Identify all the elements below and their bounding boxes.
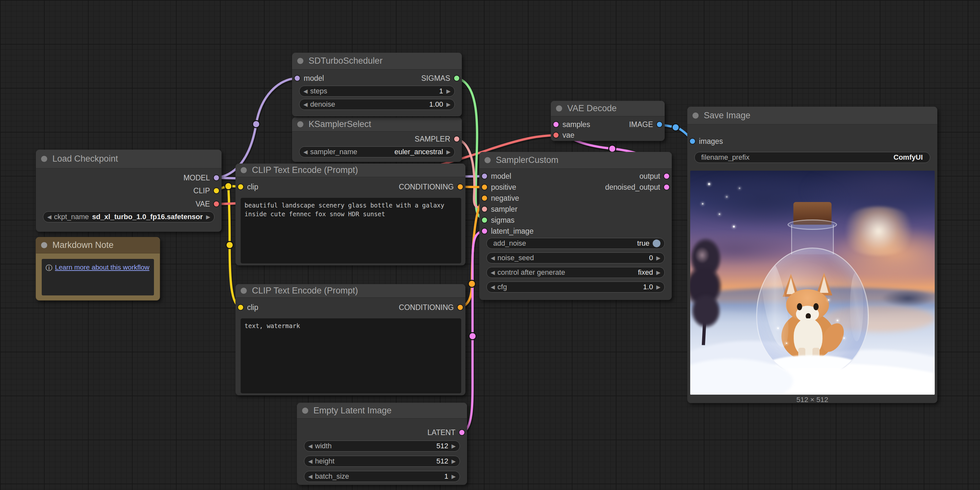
decrement-arrow-icon[interactable]: ◀ <box>308 443 312 450</box>
increment-arrow-icon[interactable]: ▶ <box>452 473 456 480</box>
vae-output-port[interactable] <box>213 201 220 207</box>
model-output-port[interactable] <box>213 174 220 181</box>
input-label: negative <box>491 194 519 203</box>
width-widget[interactable]: ◀ width 512 ▶ <box>304 441 460 452</box>
reroute-dot-image[interactable] <box>672 124 679 131</box>
negative-prompt-textarea[interactable]: text, watermark <box>241 319 461 393</box>
decrement-arrow-icon[interactable]: ◀ <box>303 88 308 95</box>
latent-image-input-port[interactable] <box>481 228 488 234</box>
increment-arrow-icon[interactable]: ▶ <box>446 101 450 108</box>
sampler-output-port[interactable] <box>453 136 460 142</box>
increment-arrow-icon[interactable]: ▶ <box>656 284 660 290</box>
node-clip-text-encode-negative[interactable]: CLIP Text Encode (Prompt) clip CONDITION… <box>235 284 465 395</box>
model-input-port[interactable] <box>481 173 488 179</box>
node-sampler-custom[interactable]: SamplerCustom model output positive deno… <box>479 152 672 300</box>
node-sdturbo-scheduler[interactable]: SDTurboScheduler model SIGMAS ◀ steps 1 … <box>292 53 462 116</box>
node-title-bar[interactable]: KSamplerSelect <box>292 117 462 132</box>
reroute-dot-clip-1[interactable] <box>225 182 232 190</box>
output-port[interactable] <box>663 173 670 179</box>
decrement-arrow-icon[interactable]: ◀ <box>308 473 312 480</box>
reroute-dot-clip-2[interactable] <box>226 241 233 249</box>
collapse-dot-icon[interactable] <box>241 288 247 294</box>
reroute-dot-samples[interactable] <box>609 145 616 152</box>
samples-input-port[interactable] <box>553 121 559 128</box>
control-after-generate-widget[interactable]: ◀ control after generate fixed ▶ <box>487 267 665 278</box>
node-title-bar[interactable]: CLIP Text Encode (Prompt) <box>235 163 465 177</box>
image-output-port[interactable] <box>656 121 663 128</box>
node-empty-latent-image[interactable]: Empty Latent Image LATENT ◀ width 512 ▶ … <box>297 403 467 485</box>
collapse-dot-icon[interactable] <box>297 121 303 127</box>
collapse-dot-icon[interactable] <box>485 157 491 163</box>
node-vae-decode[interactable]: VAE Decode samples IMAGE vae <box>551 101 665 141</box>
increment-arrow-icon[interactable]: ▶ <box>656 269 660 276</box>
clip-input-port[interactable] <box>237 184 244 190</box>
collapse-dot-icon[interactable] <box>556 105 562 111</box>
negative-input-port[interactable] <box>481 195 488 201</box>
clip-input-port[interactable] <box>237 304 244 311</box>
output-label: denoised_output <box>605 183 660 192</box>
decrement-arrow-icon[interactable]: ◀ <box>491 284 495 290</box>
reroute-dot-model[interactable] <box>253 121 260 128</box>
clip-output-port[interactable] <box>213 187 220 194</box>
sigmas-input-port[interactable] <box>481 217 488 224</box>
fox-eye <box>813 303 818 310</box>
conditioning-output-port[interactable] <box>457 304 463 311</box>
ckpt-name-widget[interactable]: ◀ ckpt_name sd_xl_turbo_1.0_fp16.safeten… <box>43 211 215 222</box>
node-title-bar[interactable]: Save Image <box>687 107 937 124</box>
batch-size-widget[interactable]: ◀ batch_size 1 ▶ <box>304 471 460 482</box>
sigmas-output-port[interactable] <box>453 75 460 81</box>
node-title-bar[interactable]: Load Checkpoint <box>36 150 221 168</box>
increment-arrow-icon[interactable]: ▶ <box>206 214 210 220</box>
decrement-arrow-icon[interactable]: ◀ <box>303 149 308 155</box>
decrement-arrow-icon[interactable]: ◀ <box>491 255 495 262</box>
collapse-dot-icon[interactable] <box>41 156 47 162</box>
noise-seed-widget[interactable]: ◀ noise_seed 0 ▶ <box>487 252 665 263</box>
latent-output-port[interactable] <box>459 429 465 436</box>
node-title-bar[interactable]: Markdown Note <box>36 237 160 254</box>
node-title-bar[interactable]: SamplerCustom <box>479 152 672 169</box>
decrement-arrow-icon[interactable]: ◀ <box>303 101 308 108</box>
collapse-dot-icon[interactable] <box>241 167 247 173</box>
reroute-dot-latent[interactable] <box>469 333 476 340</box>
workflow-link[interactable]: Learn more about this workflow <box>55 263 150 271</box>
increment-arrow-icon[interactable]: ▶ <box>656 255 660 262</box>
sampler-input-port[interactable] <box>481 206 488 212</box>
steps-widget[interactable]: ◀ steps 1 ▶ <box>299 86 455 97</box>
collapse-dot-icon[interactable] <box>302 408 308 414</box>
positive-input-port[interactable] <box>481 184 488 190</box>
node-ksampler-select[interactable]: KSamplerSelect SAMPLER ◀ sampler_name eu… <box>292 117 462 162</box>
node-title-bar[interactable]: VAE Decode <box>551 101 665 116</box>
node-clip-text-encode-positive[interactable]: CLIP Text Encode (Prompt) clip CONDITION… <box>235 163 465 265</box>
conditioning-output-port[interactable] <box>457 184 463 190</box>
height-widget[interactable]: ◀ height 512 ▶ <box>304 456 460 467</box>
add-noise-widget[interactable]: add_noise true <box>487 238 665 249</box>
images-input-port[interactable] <box>689 138 696 144</box>
sampler-name-widget[interactable]: ◀ sampler_name euler_ancestral ▶ <box>299 146 455 157</box>
collapse-dot-icon[interactable] <box>41 242 47 248</box>
decrement-arrow-icon[interactable]: ◀ <box>491 269 495 276</box>
increment-arrow-icon[interactable]: ▶ <box>452 458 456 465</box>
decrement-arrow-icon[interactable]: ◀ <box>47 214 51 220</box>
boolean-toggle[interactable] <box>653 239 660 247</box>
model-input-port[interactable] <box>294 75 301 81</box>
node-save-image[interactable]: Save Image images filename_prefix ComfyU… <box>687 107 937 403</box>
collapse-dot-icon[interactable] <box>297 58 303 64</box>
collapse-dot-icon[interactable] <box>692 113 698 119</box>
cfg-widget[interactable]: ◀ cfg 1.0 ▶ <box>487 282 665 292</box>
reroute-dot-conditioning[interactable] <box>468 280 476 287</box>
decrement-arrow-icon[interactable]: ◀ <box>308 458 312 465</box>
denoise-widget[interactable]: ◀ denoise 1.00 ▶ <box>299 99 455 110</box>
node-markdown-note[interactable]: Markdown Note ⓘ Learn more about this wo… <box>36 237 160 301</box>
node-title-bar[interactable]: CLIP Text Encode (Prompt) <box>235 284 465 298</box>
increment-arrow-icon[interactable]: ▶ <box>446 88 450 95</box>
node-title-bar[interactable]: SDTurboScheduler <box>292 53 462 70</box>
node-graph-canvas[interactable]: KSamplerSelect SAMPLER ◀ sampler_name eu… <box>0 0 980 490</box>
increment-arrow-icon[interactable]: ▶ <box>446 149 450 155</box>
increment-arrow-icon[interactable]: ▶ <box>452 443 456 450</box>
denoised-output-port[interactable] <box>663 184 670 190</box>
node-title-bar[interactable]: Empty Latent Image <box>297 403 467 419</box>
vae-input-port[interactable] <box>553 132 559 138</box>
filename-prefix-widget[interactable]: filename_prefix ComfyUI <box>694 152 930 163</box>
positive-prompt-textarea[interactable]: beautiful landscape scenery glass bottle… <box>241 198 461 263</box>
node-load-checkpoint[interactable]: Load Checkpoint MODEL CLIP VAE ◀ ckpt_na… <box>36 150 221 232</box>
